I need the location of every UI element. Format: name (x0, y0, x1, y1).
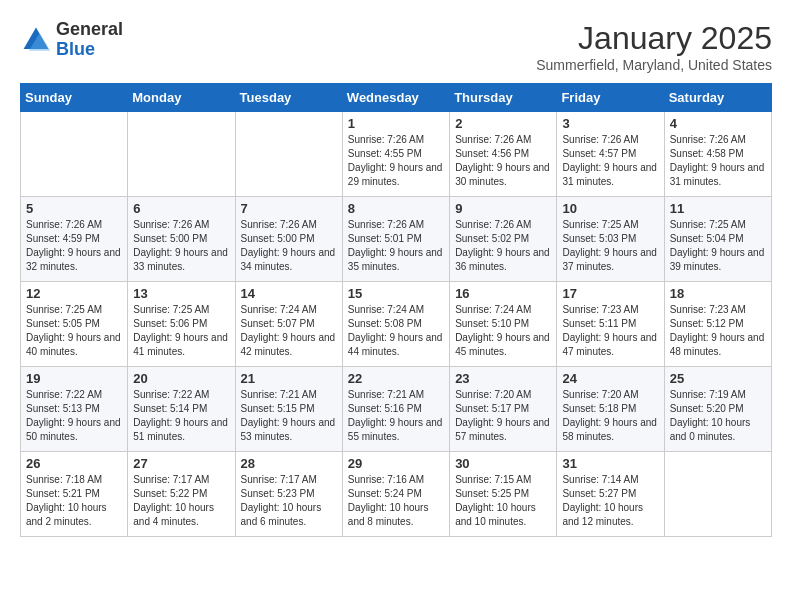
day-number: 11 (670, 201, 766, 216)
day-number: 9 (455, 201, 551, 216)
location-subtitle: Summerfield, Maryland, United States (536, 57, 772, 73)
cell-content: Sunrise: 7:26 AM Sunset: 4:57 PM Dayligh… (562, 133, 658, 189)
day-number: 19 (26, 371, 122, 386)
calendar-cell: 26Sunrise: 7:18 AM Sunset: 5:21 PM Dayli… (21, 452, 128, 537)
cell-content: Sunrise: 7:26 AM Sunset: 4:55 PM Dayligh… (348, 133, 444, 189)
cell-content: Sunrise: 7:23 AM Sunset: 5:11 PM Dayligh… (562, 303, 658, 359)
calendar-cell: 6Sunrise: 7:26 AM Sunset: 5:00 PM Daylig… (128, 197, 235, 282)
cell-content: Sunrise: 7:26 AM Sunset: 4:56 PM Dayligh… (455, 133, 551, 189)
calendar-cell: 5Sunrise: 7:26 AM Sunset: 4:59 PM Daylig… (21, 197, 128, 282)
cell-content: Sunrise: 7:15 AM Sunset: 5:25 PM Dayligh… (455, 473, 551, 529)
calendar-cell: 17Sunrise: 7:23 AM Sunset: 5:11 PM Dayli… (557, 282, 664, 367)
calendar-cell: 13Sunrise: 7:25 AM Sunset: 5:06 PM Dayli… (128, 282, 235, 367)
day-number: 4 (670, 116, 766, 131)
calendar-cell: 19Sunrise: 7:22 AM Sunset: 5:13 PM Dayli… (21, 367, 128, 452)
logo: General Blue (20, 20, 123, 60)
day-number: 30 (455, 456, 551, 471)
calendar-cell: 8Sunrise: 7:26 AM Sunset: 5:01 PM Daylig… (342, 197, 449, 282)
cell-content: Sunrise: 7:20 AM Sunset: 5:18 PM Dayligh… (562, 388, 658, 444)
page-header: General Blue January 2025 Summerfield, M… (20, 20, 772, 73)
calendar-cell: 1Sunrise: 7:26 AM Sunset: 4:55 PM Daylig… (342, 112, 449, 197)
day-number: 28 (241, 456, 337, 471)
day-number: 6 (133, 201, 229, 216)
cell-content: Sunrise: 7:24 AM Sunset: 5:10 PM Dayligh… (455, 303, 551, 359)
cell-content: Sunrise: 7:20 AM Sunset: 5:17 PM Dayligh… (455, 388, 551, 444)
day-number: 3 (562, 116, 658, 131)
cell-content: Sunrise: 7:26 AM Sunset: 4:58 PM Dayligh… (670, 133, 766, 189)
cell-content: Sunrise: 7:23 AM Sunset: 5:12 PM Dayligh… (670, 303, 766, 359)
calendar-cell: 12Sunrise: 7:25 AM Sunset: 5:05 PM Dayli… (21, 282, 128, 367)
calendar-table: SundayMondayTuesdayWednesdayThursdayFrid… (20, 83, 772, 537)
weekday-wednesday: Wednesday (342, 84, 449, 112)
day-number: 8 (348, 201, 444, 216)
cell-content: Sunrise: 7:26 AM Sunset: 5:00 PM Dayligh… (241, 218, 337, 274)
weekday-monday: Monday (128, 84, 235, 112)
calendar-cell: 4Sunrise: 7:26 AM Sunset: 4:58 PM Daylig… (664, 112, 771, 197)
week-row-1: 1Sunrise: 7:26 AM Sunset: 4:55 PM Daylig… (21, 112, 772, 197)
day-number: 1 (348, 116, 444, 131)
weekday-header-row: SundayMondayTuesdayWednesdayThursdayFrid… (21, 84, 772, 112)
day-number: 15 (348, 286, 444, 301)
cell-content: Sunrise: 7:16 AM Sunset: 5:24 PM Dayligh… (348, 473, 444, 529)
day-number: 27 (133, 456, 229, 471)
cell-content: Sunrise: 7:17 AM Sunset: 5:23 PM Dayligh… (241, 473, 337, 529)
calendar-cell: 30Sunrise: 7:15 AM Sunset: 5:25 PM Dayli… (450, 452, 557, 537)
logo-text: General Blue (56, 20, 123, 60)
day-number: 13 (133, 286, 229, 301)
weekday-tuesday: Tuesday (235, 84, 342, 112)
month-title: January 2025 (536, 20, 772, 57)
calendar-cell: 10Sunrise: 7:25 AM Sunset: 5:03 PM Dayli… (557, 197, 664, 282)
calendar-cell (664, 452, 771, 537)
week-row-3: 12Sunrise: 7:25 AM Sunset: 5:05 PM Dayli… (21, 282, 772, 367)
logo-icon (20, 24, 52, 56)
cell-content: Sunrise: 7:24 AM Sunset: 5:08 PM Dayligh… (348, 303, 444, 359)
calendar-cell (128, 112, 235, 197)
calendar-cell: 27Sunrise: 7:17 AM Sunset: 5:22 PM Dayli… (128, 452, 235, 537)
cell-content: Sunrise: 7:18 AM Sunset: 5:21 PM Dayligh… (26, 473, 122, 529)
calendar-cell: 24Sunrise: 7:20 AM Sunset: 5:18 PM Dayli… (557, 367, 664, 452)
cell-content: Sunrise: 7:22 AM Sunset: 5:14 PM Dayligh… (133, 388, 229, 444)
calendar-cell: 11Sunrise: 7:25 AM Sunset: 5:04 PM Dayli… (664, 197, 771, 282)
day-number: 24 (562, 371, 658, 386)
day-number: 31 (562, 456, 658, 471)
day-number: 14 (241, 286, 337, 301)
day-number: 26 (26, 456, 122, 471)
day-number: 7 (241, 201, 337, 216)
day-number: 20 (133, 371, 229, 386)
calendar-cell: 3Sunrise: 7:26 AM Sunset: 4:57 PM Daylig… (557, 112, 664, 197)
calendar-cell (21, 112, 128, 197)
cell-content: Sunrise: 7:17 AM Sunset: 5:22 PM Dayligh… (133, 473, 229, 529)
cell-content: Sunrise: 7:25 AM Sunset: 5:06 PM Dayligh… (133, 303, 229, 359)
calendar-cell: 18Sunrise: 7:23 AM Sunset: 5:12 PM Dayli… (664, 282, 771, 367)
cell-content: Sunrise: 7:25 AM Sunset: 5:05 PM Dayligh… (26, 303, 122, 359)
day-number: 21 (241, 371, 337, 386)
cell-content: Sunrise: 7:26 AM Sunset: 5:00 PM Dayligh… (133, 218, 229, 274)
calendar-cell: 23Sunrise: 7:20 AM Sunset: 5:17 PM Dayli… (450, 367, 557, 452)
cell-content: Sunrise: 7:22 AM Sunset: 5:13 PM Dayligh… (26, 388, 122, 444)
weekday-sunday: Sunday (21, 84, 128, 112)
cell-content: Sunrise: 7:14 AM Sunset: 5:27 PM Dayligh… (562, 473, 658, 529)
cell-content: Sunrise: 7:25 AM Sunset: 5:04 PM Dayligh… (670, 218, 766, 274)
cell-content: Sunrise: 7:21 AM Sunset: 5:15 PM Dayligh… (241, 388, 337, 444)
week-row-4: 19Sunrise: 7:22 AM Sunset: 5:13 PM Dayli… (21, 367, 772, 452)
calendar-cell: 9Sunrise: 7:26 AM Sunset: 5:02 PM Daylig… (450, 197, 557, 282)
week-row-2: 5Sunrise: 7:26 AM Sunset: 4:59 PM Daylig… (21, 197, 772, 282)
weekday-thursday: Thursday (450, 84, 557, 112)
cell-content: Sunrise: 7:26 AM Sunset: 5:02 PM Dayligh… (455, 218, 551, 274)
cell-content: Sunrise: 7:21 AM Sunset: 5:16 PM Dayligh… (348, 388, 444, 444)
cell-content: Sunrise: 7:26 AM Sunset: 5:01 PM Dayligh… (348, 218, 444, 274)
calendar-cell: 28Sunrise: 7:17 AM Sunset: 5:23 PM Dayli… (235, 452, 342, 537)
calendar-cell: 31Sunrise: 7:14 AM Sunset: 5:27 PM Dayli… (557, 452, 664, 537)
day-number: 22 (348, 371, 444, 386)
cell-content: Sunrise: 7:26 AM Sunset: 4:59 PM Dayligh… (26, 218, 122, 274)
weekday-friday: Friday (557, 84, 664, 112)
day-number: 23 (455, 371, 551, 386)
weekday-saturday: Saturday (664, 84, 771, 112)
calendar-cell: 22Sunrise: 7:21 AM Sunset: 5:16 PM Dayli… (342, 367, 449, 452)
day-number: 16 (455, 286, 551, 301)
calendar-cell: 14Sunrise: 7:24 AM Sunset: 5:07 PM Dayli… (235, 282, 342, 367)
day-number: 17 (562, 286, 658, 301)
calendar-cell: 29Sunrise: 7:16 AM Sunset: 5:24 PM Dayli… (342, 452, 449, 537)
day-number: 10 (562, 201, 658, 216)
calendar-cell (235, 112, 342, 197)
